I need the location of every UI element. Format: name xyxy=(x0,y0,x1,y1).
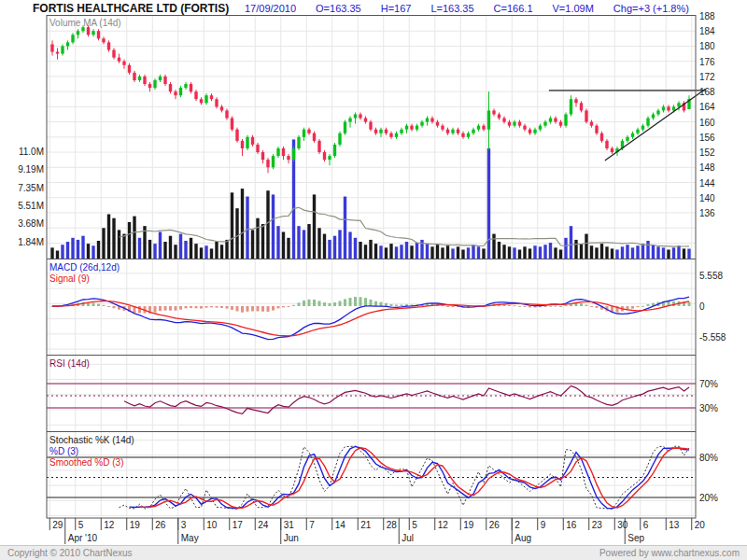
volume-axis-label: 3.68M xyxy=(0,218,44,229)
date-tick-label: 5 xyxy=(412,520,417,530)
price-axis-label: 172 xyxy=(699,72,715,82)
date-tick-label: 14 xyxy=(335,520,345,530)
price-axis-label: 180 xyxy=(699,41,715,51)
date-tick-label: 5 xyxy=(78,520,84,530)
date-tick-label: 19 xyxy=(130,520,140,530)
date-tick-label: 9 xyxy=(541,520,546,530)
date-tick-label: 30 xyxy=(617,520,627,530)
volume-axis-label: 5.51M xyxy=(0,201,44,211)
price-axis-label: 140 xyxy=(699,193,715,203)
month-label: Aug xyxy=(514,533,531,543)
chart-canvas[interactable] xyxy=(0,0,747,560)
month-label: Jul xyxy=(402,533,414,543)
rsi-axis-label: 30% xyxy=(699,403,718,413)
date-tick-label: 28 xyxy=(387,520,397,530)
price-axis-label: 188 xyxy=(699,11,715,21)
macd-legend: MACD (26d,12d) xyxy=(49,262,120,273)
date-tick-label: 2 xyxy=(514,520,520,530)
rsi-axis-label: 70% xyxy=(699,379,718,389)
stoch-sd-legend: Smoothed %D (3) xyxy=(49,457,123,468)
stoch-axis-label: 80% xyxy=(699,453,718,463)
month-label: Apr '10 xyxy=(68,533,97,543)
date-tick-label: 31 xyxy=(284,520,294,530)
date-tick-label: 16 xyxy=(566,520,576,530)
price-axis-label: 164 xyxy=(699,102,715,112)
chartnexus-window: FORTIS HEALTHCARE LTD (FORTIS) 17/09/201… xyxy=(0,0,747,560)
date-tick-label: 29 xyxy=(52,520,63,530)
date-tick-label: 13 xyxy=(669,520,679,530)
price-axis-label: 184 xyxy=(699,26,715,36)
date-tick-label: 26 xyxy=(155,520,165,530)
macd-axis-label: 5.558 xyxy=(699,271,723,281)
date-tick-label: 21 xyxy=(360,520,371,530)
volume-axis-label: 11.0M xyxy=(0,147,44,157)
date-tick-label: 10 xyxy=(206,520,217,530)
price-axis-label: 152 xyxy=(699,147,715,158)
date-tick-label: 6 xyxy=(643,520,649,530)
price-axis-label: 160 xyxy=(699,118,715,128)
volume-axis-label: 1.84M xyxy=(0,237,44,247)
month-label: Sep xyxy=(627,533,644,543)
stoch-d-legend: %D (3) xyxy=(49,446,78,456)
month-label: Jun xyxy=(284,533,299,543)
volume-ma-legend: Volume MA (14d) xyxy=(49,18,121,28)
price-axis-label: 176 xyxy=(699,57,715,67)
date-tick-label: 12 xyxy=(104,520,114,530)
date-tick-label: 23 xyxy=(592,520,602,530)
date-tick-label: 12 xyxy=(438,520,448,530)
date-tick-label: 3 xyxy=(181,520,187,530)
date-tick-label: 17 xyxy=(233,520,243,530)
rsi-legend: RSI (14d) xyxy=(49,358,90,369)
volume-axis-label: 9.19M xyxy=(0,164,44,175)
price-axis-label: 168 xyxy=(699,87,715,97)
date-tick-label: 7 xyxy=(309,520,315,530)
price-axis-label: 148 xyxy=(699,162,715,173)
macd-axis-label: 0 xyxy=(699,301,705,312)
stoch-k-legend: Stochastic %K (14d) xyxy=(49,435,134,445)
date-tick-label: 24 xyxy=(258,520,268,530)
date-tick-label: 20 xyxy=(695,520,705,530)
stoch-axis-label: 20% xyxy=(699,493,718,503)
date-tick-label: 26 xyxy=(489,520,500,530)
powered-by-link[interactable]: Powered by www.chartnexus.com xyxy=(599,548,740,558)
signal-legend: Signal (9) xyxy=(49,273,90,284)
date-tick-label: 19 xyxy=(463,520,473,530)
volume-axis-label: 7.35M xyxy=(0,183,44,193)
price-axis-label: 144 xyxy=(699,178,715,189)
macd-axis-label: -5.558 xyxy=(699,332,726,343)
copyright-text: Copyright © 2010 ChartNexus xyxy=(7,548,133,558)
month-label: May xyxy=(181,533,199,543)
footer-bar: Copyright © 2010 ChartNexus Powered by w… xyxy=(0,545,747,560)
price-axis-label: 136 xyxy=(699,208,715,218)
price-axis-label: 156 xyxy=(699,133,715,143)
